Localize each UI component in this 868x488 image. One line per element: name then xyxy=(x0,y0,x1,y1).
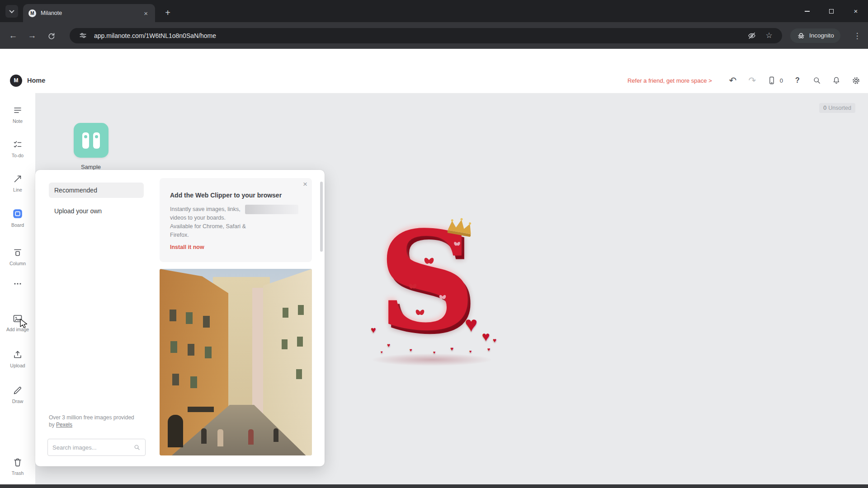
incognito-icon xyxy=(797,31,806,40)
photo-window xyxy=(190,376,197,388)
pexels-link[interactable]: Pexels xyxy=(56,422,72,428)
photo-window xyxy=(203,316,210,328)
pencil-icon xyxy=(12,385,23,396)
unsorted-count: 0 xyxy=(823,105,826,111)
photo-window xyxy=(186,312,193,324)
browser-tabstrip: M Milanote × + × xyxy=(0,0,868,22)
browser-menu-button[interactable]: ⋮ xyxy=(851,29,863,42)
board-icon xyxy=(12,208,24,220)
photo-doorway xyxy=(168,415,183,447)
popup-scrollbar[interactable] xyxy=(320,182,323,252)
mouse-cursor xyxy=(19,318,29,329)
unsorted-label: Unsorted xyxy=(828,105,851,111)
milanote-favicon-icon: M xyxy=(28,9,36,17)
notifications-button[interactable] xyxy=(831,75,841,85)
new-tab-button[interactable]: + xyxy=(161,6,175,19)
photo-person xyxy=(217,429,223,446)
sample-board-icon xyxy=(82,132,89,149)
sample-board-tile[interactable] xyxy=(74,123,108,158)
tool-add-image[interactable]: Add image xyxy=(0,313,35,332)
window-close-button[interactable]: × xyxy=(844,0,868,22)
install-now-link[interactable]: Install it now xyxy=(170,244,204,250)
web-clipper-promo-card: × Add the Web Clipper to your browser In… xyxy=(160,178,312,262)
tab-recommended[interactable]: Recommended xyxy=(49,183,144,198)
canvas-image-letter-s[interactable]: S S ♥ ♥ ♥ ♥ ♥ ♥ ♥ ♥ ♥ ♥ ♥ xyxy=(357,211,506,379)
tool-label: Upload xyxy=(10,363,25,368)
butterfly-icon xyxy=(409,284,417,290)
photo-person xyxy=(248,429,254,445)
photo-window xyxy=(282,339,288,349)
undo-button[interactable]: ↶ xyxy=(728,75,738,85)
app-header: M Home Refer a friend, get more space > … xyxy=(0,68,868,93)
milanote-logo-icon[interactable]: M xyxy=(10,75,22,87)
star-icon: ☆ xyxy=(765,31,772,40)
butterfly-icon xyxy=(424,258,434,265)
tool-line[interactable]: Line xyxy=(0,174,35,192)
tab-search-button[interactable] xyxy=(5,5,18,18)
clipper-preview-image xyxy=(245,205,298,214)
tool-more[interactable] xyxy=(0,278,35,289)
site-settings-icon[interactable] xyxy=(78,31,88,41)
preview-hidden-button[interactable] xyxy=(747,31,757,41)
gear-icon xyxy=(851,76,861,85)
mobile-app-button[interactable] xyxy=(767,75,777,85)
butterfly-icon xyxy=(415,310,425,316)
note-icon xyxy=(12,105,23,116)
window-maximize-button[interactable] xyxy=(819,0,844,22)
add-image-panel: Recommended Upload your own × Add the We… xyxy=(35,170,325,466)
tool-board[interactable]: Board xyxy=(0,208,35,228)
search-images-input[interactable] xyxy=(52,444,133,451)
tab-upload-your-own[interactable]: Upload your own xyxy=(49,204,144,218)
stock-photo-italian-street[interactable] xyxy=(160,269,312,455)
tool-todo[interactable]: To-do xyxy=(0,139,35,158)
maximize-icon xyxy=(829,9,834,14)
tab-title: Milanote xyxy=(41,10,142,16)
tool-note[interactable]: Note xyxy=(0,105,35,124)
redo-button[interactable]: ↷ xyxy=(747,75,757,85)
tab-close-icon[interactable]: × xyxy=(142,9,150,18)
bookmark-star-button[interactable]: ☆ xyxy=(764,31,774,41)
help-button[interactable]: ? xyxy=(793,75,802,85)
tool-label: Draw xyxy=(12,399,24,404)
window-controls: × xyxy=(795,0,868,22)
tool-upload[interactable]: Upload xyxy=(0,349,35,368)
photo-shop-sign xyxy=(188,407,214,412)
tool-draw[interactable]: Draw xyxy=(0,385,35,404)
more-dots-icon xyxy=(12,278,23,289)
address-bar[interactable]: app.milanote.com/1W6tNL1o8n0SaN/home ☆ xyxy=(70,28,782,43)
search-button[interactable] xyxy=(812,75,822,85)
heart-icon: ♥ xyxy=(410,348,412,352)
refer-friend-link[interactable]: Refer a friend, get more space > xyxy=(627,77,712,84)
browser-tab-milanote[interactable]: M Milanote × xyxy=(23,4,155,22)
photo-window xyxy=(283,308,288,318)
search-icon xyxy=(133,444,141,451)
column-icon xyxy=(12,247,23,258)
photo-window xyxy=(172,374,179,385)
back-button[interactable]: ← xyxy=(6,29,20,42)
tool-column[interactable]: Column xyxy=(0,247,35,266)
heart-icon: ♥ xyxy=(381,351,383,354)
unsorted-badge[interactable]: 0Unsorted xyxy=(819,103,855,113)
reload-button[interactable] xyxy=(44,29,58,42)
heart-icon: ♥ xyxy=(465,314,478,335)
window-minimize-button[interactable] xyxy=(795,0,819,22)
url-text[interactable]: app.milanote.com/1W6tNL1o8n0SaN/home xyxy=(94,32,747,39)
browser-toolbar: ← → app.milanote.com/1W6tNL1o8n0SaN/home… xyxy=(0,22,868,49)
photo-person xyxy=(274,428,278,442)
butterfly-icon xyxy=(454,242,460,246)
page-title: Home xyxy=(27,77,45,84)
close-icon[interactable]: × xyxy=(303,180,307,189)
tool-trash[interactable]: Trash xyxy=(0,457,35,476)
image-search-box[interactable] xyxy=(47,439,146,456)
tool-label: Column xyxy=(9,261,26,266)
settings-button[interactable] xyxy=(851,75,861,85)
incognito-label: Incognito xyxy=(809,32,834,39)
chevron-down-icon xyxy=(9,8,14,13)
forward-button[interactable]: → xyxy=(25,29,39,42)
phone-icon xyxy=(767,76,776,85)
line-arrow-icon xyxy=(12,174,23,184)
photo-window xyxy=(170,310,176,321)
sample-board-icon xyxy=(93,132,100,149)
butterfly-icon xyxy=(439,295,446,300)
clipper-title: Add the Web Clipper to your browser xyxy=(170,192,306,199)
